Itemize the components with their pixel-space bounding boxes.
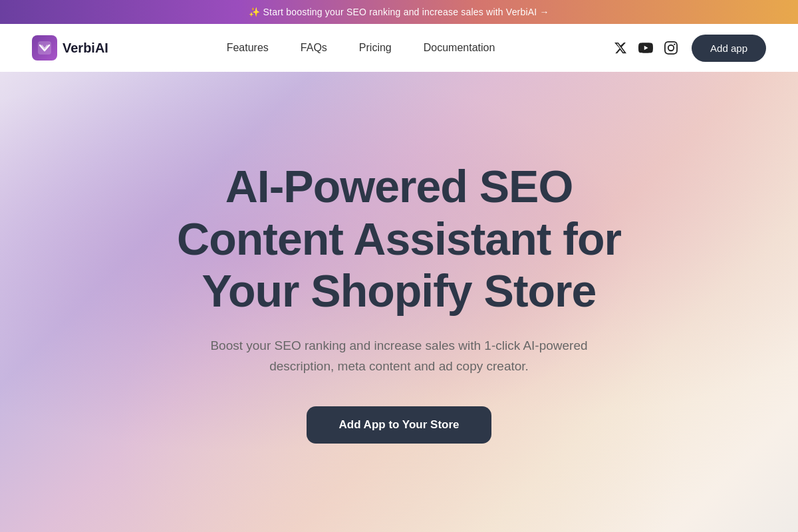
add-app-button[interactable]: Add app <box>692 35 766 62</box>
youtube-icon[interactable] <box>638 41 653 55</box>
banner-text: ✨ Start boosting your SEO ranking and in… <box>249 7 549 17</box>
hero-section: AI-Powered SEO Content Assistant for You… <box>0 72 798 532</box>
hero-cta-button[interactable]: Add App to Your Store <box>307 406 491 444</box>
twitter-icon[interactable] <box>613 41 628 55</box>
hero-title: AI-Powered SEO Content Assistant for You… <box>146 160 652 317</box>
navbar: VerbiAI Features FAQs Pricing Documentat… <box>0 24 798 72</box>
logo-icon <box>32 35 57 61</box>
nav-pricing[interactable]: Pricing <box>359 42 392 54</box>
nav-faqs[interactable]: FAQs <box>301 42 327 54</box>
social-icons <box>613 41 678 55</box>
top-banner: ✨ Start boosting your SEO ranking and in… <box>0 0 798 24</box>
nav-documentation[interactable]: Documentation <box>424 42 495 54</box>
nav-links: Features FAQs Pricing Documentation <box>227 42 495 54</box>
hero-subtitle: Boost your SEO ranking and increase sale… <box>193 335 605 377</box>
logo-text: VerbiAI <box>63 41 108 56</box>
nav-right: Add app <box>613 35 766 62</box>
instagram-icon[interactable] <box>664 41 678 55</box>
verbiai-logo-svg <box>37 41 52 55</box>
logo-link[interactable]: VerbiAI <box>32 35 108 61</box>
nav-features[interactable]: Features <box>227 42 269 54</box>
